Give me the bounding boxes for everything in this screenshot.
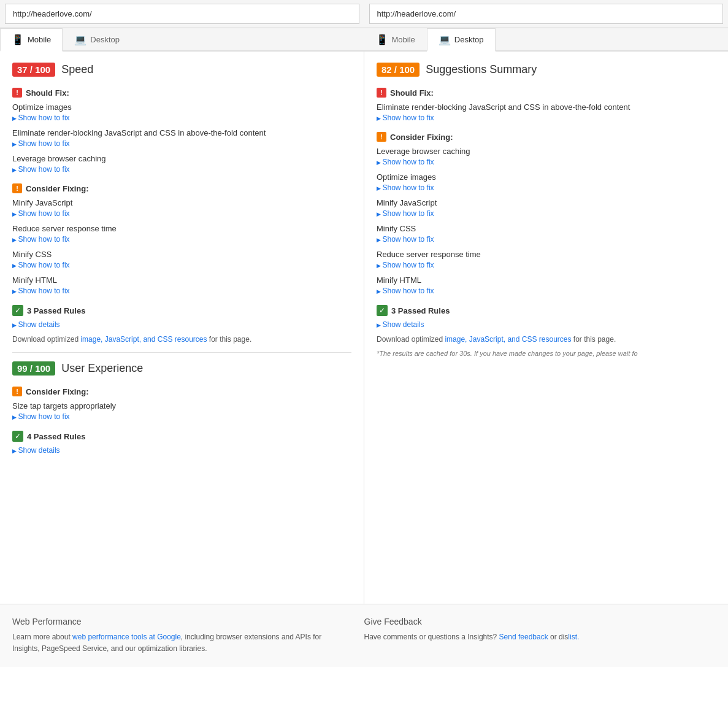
web-perf-text-before: Learn more about [12, 633, 72, 641]
main-content: 37 / 100 Speed ! Should Fix: Optimize im… [0, 52, 728, 604]
tabs-left: 📱 Mobile 💻 Desktop [0, 28, 364, 50]
right-download-line: Download optimized image, JavaScript, an… [377, 335, 716, 344]
right-rule-minify-css: Minify CSS Show how to fix [377, 224, 716, 244]
show-how-minify-css[interactable]: Show how to fix [12, 261, 70, 269]
right-rule-leverage-caching: Leverage browser caching Show how to fix [377, 147, 716, 166]
send-feedback-link[interactable]: Send feedback [499, 633, 548, 641]
left-panel: 37 / 100 Speed ! Should Fix: Optimize im… [0, 52, 364, 604]
right-passed-check-icon: ✓ [377, 305, 388, 316]
right-consider-fixing-icon: ! [377, 132, 386, 142]
right-rule-render-blocking: Eliminate render-blocking JavaScript and… [377, 102, 716, 122]
ux-passed-rules: ✓ 4 Passed Rules [12, 431, 351, 442]
rule-name-server-response: Reduce server response time [12, 224, 351, 233]
right-should-fix-label: Should Fix: [390, 88, 434, 98]
show-how-minify-html[interactable]: Show how to fix [12, 287, 70, 295]
right-rule-name-server-response: Reduce server response time [377, 250, 716, 259]
rule-name-minify-html: Minify HTML [12, 275, 351, 285]
show-how-leverage-caching[interactable]: Show how to fix [12, 165, 70, 174]
feedback-text-or: or dis [548, 633, 569, 641]
speed-consider-fixing-section: ! Consider Fixing: Minify JavaScript Sho… [12, 183, 351, 295]
web-performance-title: Web Performance [12, 617, 346, 626]
tabs-row: 📱 Mobile 💻 Desktop 📱 Mobile 💻 Desktop [0, 28, 728, 52]
rule-name-minify-css: Minify CSS [12, 250, 351, 259]
speed-passed-rules: ✓ 3 Passed Rules [12, 305, 351, 316]
bottom-web-performance: Web Performance Learn more about web per… [12, 617, 364, 655]
consider-fixing-header: ! Consider Fixing: [12, 183, 351, 193]
right-show-how-minify-html[interactable]: Show how to fix [377, 287, 434, 295]
should-fix-header: ! Should Fix: [12, 88, 351, 98]
right-show-how-minify-js[interactable]: Show how to fix [377, 209, 434, 218]
right-show-how-leverage-caching[interactable]: Show how to fix [377, 158, 434, 166]
right-show-how-render-blocking[interactable]: Show how to fix [377, 114, 434, 122]
feedback-list-link[interactable]: list. [568, 633, 579, 641]
web-performance-text: Learn more about web performance tools a… [12, 631, 346, 655]
rule-name-optimize-images: Optimize images [12, 102, 351, 112]
ux-consider-fixing-label: Consider Fixing: [26, 387, 89, 396]
tab-mobile-right[interactable]: 📱 Mobile [364, 28, 427, 50]
right-rule-name-minify-css: Minify CSS [377, 224, 716, 233]
show-how-tap-targets[interactable]: Show how to fix [12, 412, 70, 421]
right-rule-name-leverage-caching: Leverage browser caching [377, 147, 716, 156]
right-should-fix-header: ! Should Fix: [377, 88, 716, 98]
show-how-minify-js[interactable]: Show how to fix [12, 209, 70, 218]
show-how-optimize-images[interactable]: Show how to fix [12, 114, 70, 122]
consider-fixing-icon: ! [12, 183, 22, 193]
right-rule-name-optimize-images: Optimize images [377, 172, 716, 182]
download-prefix: Download optimized [12, 335, 80, 344]
right-show-details-link[interactable]: Show details [377, 320, 424, 329]
right-passed-rules: ✓ 3 Passed Rules [377, 305, 716, 316]
ux-score-badge: 99 / 100 [12, 361, 55, 376]
speed-score-badge: 37 / 100 [12, 63, 55, 77]
right-passed-label: 3 Passed Rules [391, 306, 450, 315]
ux-score-title: User Experience [61, 362, 143, 375]
suggestions-score-badge: 82 / 100 [377, 63, 420, 77]
speed-passed-label: 3 Passed Rules [27, 306, 85, 315]
tab-desktop-left[interactable]: 💻 Desktop [63, 28, 131, 50]
show-how-render-blocking[interactable]: Show how to fix [12, 139, 70, 148]
ux-consider-fixing-header: ! Consider Fixing: [12, 387, 351, 396]
mobile-icon-right: 📱 [376, 34, 388, 45]
speed-should-fix-section: ! Should Fix: Optimize images Show how t… [12, 88, 351, 174]
speed-download-line: Download optimized image, JavaScript, an… [12, 335, 351, 344]
ux-passed-label: 4 Passed Rules [27, 432, 85, 441]
download-suffix: for this page. [207, 335, 252, 344]
rule-tap-targets: Size tap targets appropriately Show how … [12, 401, 351, 421]
ux-passed-check-icon: ✓ [12, 431, 23, 442]
speed-score-title: Speed [61, 63, 93, 76]
bottom-section: Web Performance Learn more about web per… [0, 604, 728, 667]
ux-score-header: 99 / 100 User Experience [12, 361, 351, 376]
right-rule-name-minify-js: Minify JavaScript [377, 198, 716, 207]
speed-score-header: 37 / 100 Speed [12, 63, 351, 77]
rule-name-render-blocking: Eliminate render-blocking JavaScript and… [12, 128, 351, 137]
give-feedback-title: Give Feedback [364, 617, 698, 626]
consider-fixing-label: Consider Fixing: [26, 184, 89, 193]
suggestions-score-header: 82 / 100 Suggestions Summary [377, 63, 716, 77]
rule-minify-css: Minify CSS Show how to fix [12, 250, 351, 269]
desktop-icon-right: 💻 [439, 34, 451, 45]
tab-mobile-left[interactable]: 📱 Mobile [0, 28, 63, 52]
should-fix-icon: ! [12, 88, 22, 98]
ux-show-details-link[interactable]: Show details [12, 446, 60, 455]
download-resources-link[interactable]: image, JavaScript, and CSS resources [80, 335, 207, 344]
tabs-right: 📱 Mobile 💻 Desktop [364, 28, 729, 50]
url-bar-left[interactable] [5, 4, 359, 24]
right-rule-minify-js: Minify JavaScript Show how to fix [377, 198, 716, 218]
right-rule-name-render-blocking: Eliminate render-blocking JavaScript and… [377, 102, 716, 112]
right-show-how-optimize-images[interactable]: Show how to fix [377, 183, 434, 192]
right-show-how-server-response[interactable]: Show how to fix [377, 261, 434, 269]
web-perf-tools-link[interactable]: web performance tools at Google [72, 633, 181, 641]
speed-show-details-link[interactable]: Show details [12, 320, 60, 329]
mobile-icon: 📱 [12, 34, 24, 45]
right-rule-minify-html: Minify HTML Show how to fix [377, 275, 716, 295]
right-consider-fixing-section: ! Consider Fixing: Leverage browser cach… [377, 132, 716, 295]
rule-minify-html: Minify HTML Show how to fix [12, 275, 351, 295]
right-show-how-minify-css[interactable]: Show how to fix [377, 235, 434, 244]
tab-label-desktop-right: Desktop [454, 35, 484, 44]
url-bar-right[interactable] [369, 4, 724, 24]
show-how-server-response[interactable]: Show how to fix [12, 235, 70, 244]
right-rule-server-response: Reduce server response time Show how to … [377, 250, 716, 269]
tab-desktop-right[interactable]: 💻 Desktop [427, 28, 496, 52]
right-rule-name-minify-html: Minify HTML [377, 275, 716, 285]
right-download-resources-link[interactable]: image, JavaScript, and CSS resources [445, 335, 571, 344]
ux-consider-fixing-section: ! Consider Fixing: Size tap targets appr… [12, 387, 351, 421]
